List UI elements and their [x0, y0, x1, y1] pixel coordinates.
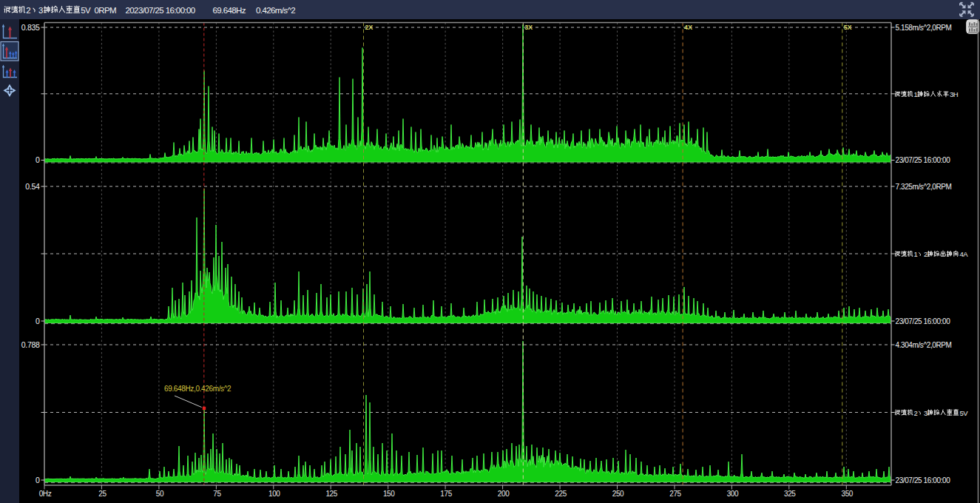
svg-text:H: H [953, 90, 959, 98]
svg-text:5.158m/s^2,0RPM: 5.158m/s^2,0RPM [896, 24, 952, 32]
svg-text:7.325m/s^2,0RPM: 7.325m/s^2,0RPM [896, 183, 952, 191]
svg-text:0.788: 0.788 [21, 340, 40, 349]
svg-text:4.304m/s^2,0RPM: 4.304m/s^2,0RPM [896, 341, 952, 349]
svg-text:0: 0 [36, 476, 40, 485]
svg-text:3: 3 [924, 409, 927, 417]
svg-text:0.54: 0.54 [25, 182, 40, 191]
svg-text:1: 1 [914, 250, 918, 258]
svg-text:350: 350 [842, 490, 854, 498]
svg-text:1: 1 [914, 90, 918, 98]
svg-text:69.648Hz: 69.648Hz [213, 6, 246, 15]
svg-text:0: 0 [36, 155, 40, 164]
svg-text:5V: 5V [81, 6, 91, 15]
svg-text:225: 225 [555, 490, 567, 498]
svg-text:50: 50 [156, 490, 164, 498]
svg-text:0Hz: 0Hz [39, 490, 52, 498]
svg-text:2: 2 [914, 409, 918, 417]
svg-text:3X: 3X [524, 24, 533, 31]
svg-text:75: 75 [213, 490, 221, 498]
svg-text:23/07/25 16:00:00: 23/07/25 16:00:00 [896, 476, 951, 485]
svg-text:175: 175 [440, 490, 452, 498]
svg-text:25: 25 [98, 490, 107, 498]
svg-text:3: 3 [38, 6, 43, 15]
svg-text:100: 100 [268, 490, 280, 498]
svg-text:250: 250 [612, 490, 624, 498]
svg-text:4X: 4X [684, 24, 692, 31]
svg-text:2: 2 [26, 6, 30, 15]
svg-text:5X: 5X [844, 24, 852, 31]
svg-text:69.648Hz,0.426m/s^2: 69.648Hz,0.426m/s^2 [164, 385, 232, 393]
svg-text:0RPM: 0RPM [95, 6, 117, 15]
svg-text:0.426m/s^2: 0.426m/s^2 [256, 6, 295, 15]
svg-text:2X: 2X [365, 24, 374, 31]
svg-text:325: 325 [784, 490, 796, 498]
svg-text:2023/07/25 16:00:00: 2023/07/25 16:00:00 [126, 6, 195, 15]
svg-text:275: 275 [669, 490, 681, 498]
svg-text:2: 2 [924, 250, 927, 258]
svg-text:150: 150 [383, 490, 395, 498]
svg-text:23/07/25 16:00:00: 23/07/25 16:00:00 [896, 156, 951, 164]
svg-text:0: 0 [36, 317, 40, 325]
svg-text:0.835: 0.835 [21, 23, 40, 32]
svg-text:23/07/25 16:00:00: 23/07/25 16:00:00 [896, 317, 951, 325]
svg-text:300: 300 [727, 490, 739, 498]
svg-text:200: 200 [498, 490, 510, 498]
svg-text:125: 125 [325, 490, 337, 498]
